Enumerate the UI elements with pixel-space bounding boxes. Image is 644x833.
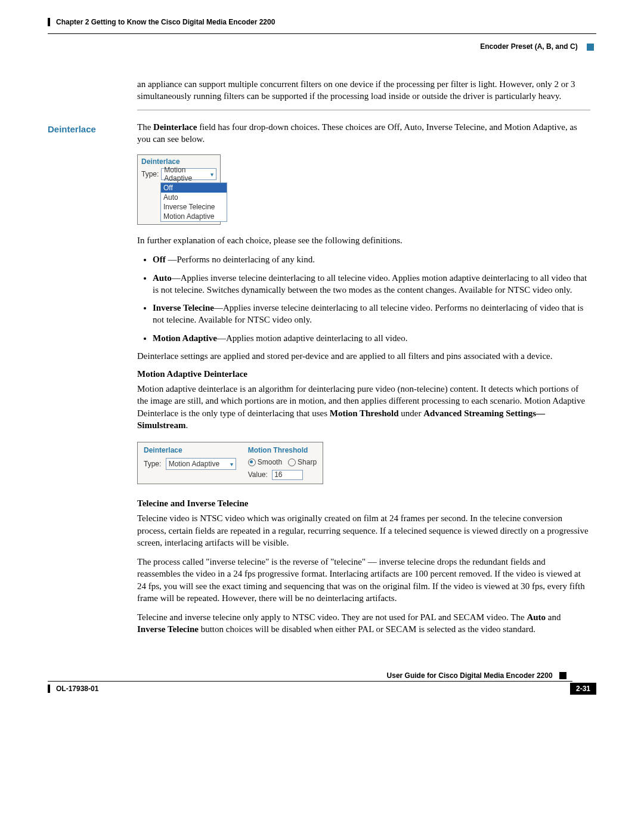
telecine-p2: The process called "inverse telecine" is… — [137, 556, 590, 604]
definitions-lead: In further explanation of each choice, p… — [137, 234, 590, 246]
page-footer: User Guide for Cisco Digital Media Encod… — [48, 671, 596, 695]
chevron-down-icon: ▾ — [210, 171, 213, 178]
footer-square-icon — [559, 672, 566, 679]
ui1-option-motion[interactable]: Motion Adaptive — [161, 212, 227, 221]
ui1-type-label: Type: — [141, 170, 159, 178]
ui1-option-auto[interactable]: Auto — [161, 193, 227, 202]
radio-sharp[interactable] — [288, 459, 296, 466]
bullet-motion: Motion Adaptive—Applies motion adaptive … — [153, 332, 590, 344]
motion-threshold-screenshot: Deinterlace Type: Motion Adaptive ▾ Moti… — [137, 442, 323, 484]
running-header: Chapter 2 Getting to Know the Cisco Digi… — [48, 18, 596, 26]
bold-deinterlace: Deinterlace — [153, 122, 197, 132]
section-divider — [137, 110, 590, 110]
motion-adaptive-paragraph: Motion adaptive deinterlace is an algori… — [137, 383, 590, 431]
subheading-motion-adaptive: Motion Adaptive Deinterlace — [137, 369, 590, 379]
footer-doc-id: OL-17938-01 — [56, 685, 98, 693]
ui2-value-label: Value: — [248, 470, 268, 479]
ui1-option-inverse[interactable]: Inverse Telecine — [161, 202, 227, 212]
section-header-right: Encoder Preset (A, B, and C) — [48, 42, 596, 51]
ui1-dropdown-list: Off Auto Inverse Telecine Motion Adaptiv… — [160, 182, 227, 222]
ui2-selected-value: Motion Adaptive — [169, 460, 219, 468]
ui1-type-select[interactable]: Motion Adaptive ▾ — [161, 168, 216, 180]
section-square-icon — [587, 44, 594, 51]
bullet-auto: Auto—Applies inverse telecine deinterlac… — [153, 272, 590, 296]
deinterlace-options-list: Off —Performs no deinterlacing of any ki… — [137, 253, 590, 344]
ui2-left-title: Deinterlace — [144, 446, 236, 454]
deinterlace-intro: The Deinterlace field has four drop-down… — [137, 121, 590, 145]
bullet-inverse: Inverse Telecine—Applies inverse telecin… — [153, 302, 590, 326]
ui2-right-title: Motion Threshold — [248, 446, 317, 454]
chapter-title: Chapter 2 Getting to Know the Cisco Digi… — [56, 18, 275, 26]
ui2-value-input[interactable]: 16 — [272, 470, 303, 480]
label-smooth: Smooth — [258, 458, 282, 466]
telecine-p3: Telecine and inverse telecine only apply… — [137, 611, 590, 636]
ui2-type-label: Type: — [144, 460, 161, 468]
ui1-selected-value: Motion Adaptive — [164, 166, 210, 182]
deinterlace-note: Deinterlace settings are applied and sto… — [137, 350, 590, 362]
intro-paragraph: an appliance can support multiple concur… — [137, 78, 590, 103]
bold-motion-threshold: Motion Threshold — [330, 408, 399, 418]
footer-bar-icon — [48, 685, 50, 693]
side-heading-deinterlace: Deinterlace — [48, 124, 96, 134]
bold-inverse-telecine: Inverse Telecine — [137, 624, 199, 634]
bullet-off: Off —Performs no deinterlacing of any ki… — [153, 253, 590, 265]
footer-rule — [48, 681, 572, 682]
page-number: 2-31 — [570, 683, 596, 695]
ui1-title: Deinterlace — [138, 155, 220, 167]
bold-auto: Auto — [527, 612, 546, 622]
ui2-type-select[interactable]: Motion Adaptive ▾ — [166, 458, 236, 470]
header-bar-icon — [48, 18, 50, 26]
telecine-p1: Telecine video is NTSC video which was o… — [137, 512, 590, 549]
ui1-option-off[interactable]: Off — [161, 183, 227, 193]
header-rule — [48, 33, 596, 34]
deinterlace-dropdown-screenshot: Deinterlace Type: Motion Adaptive ▾ Off … — [137, 154, 221, 225]
subheading-telecine: Telecine and Inverse Telecine — [137, 498, 590, 509]
radio-smooth[interactable] — [248, 459, 256, 466]
footer-guide-title: User Guide for Cisco Digital Media Encod… — [387, 671, 553, 680]
section-title: Encoder Preset (A, B, and C) — [480, 42, 577, 51]
chevron-down-icon: ▾ — [230, 461, 233, 467]
label-sharp: Sharp — [298, 458, 317, 466]
